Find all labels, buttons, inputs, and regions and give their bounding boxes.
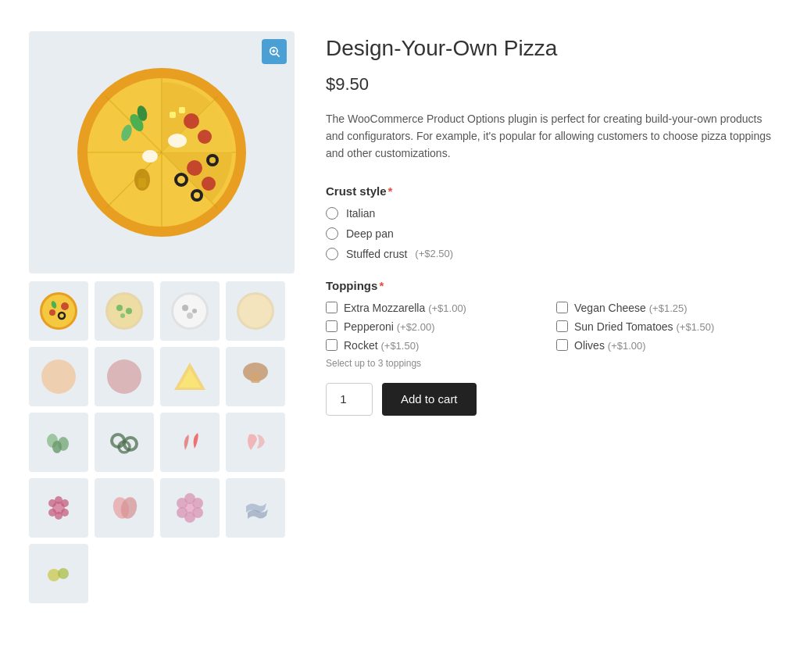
svg-line-1 [277,54,280,57]
thumb-6[interactable] [95,347,154,406]
topping-label-pepperoni: Pepperoni (+$2.00) [344,320,435,333]
svg-point-35 [126,308,132,314]
svg-point-11 [198,130,212,144]
product-description: The WooCommerce Product Options plugin i… [326,110,771,163]
svg-rect-49 [251,372,260,383]
left-column [29,31,295,603]
checkbox-olives[interactable] [556,339,568,351]
svg-point-12 [187,160,202,176]
thumb-3[interactable] [160,281,220,341]
crust-radio-stuffed[interactable] [326,248,338,260]
checkbox-sun-dried-tomatoes[interactable] [556,320,568,332]
svg-point-73 [58,568,69,579]
svg-point-25 [142,150,158,163]
thumb-15[interactable] [160,478,220,538]
crust-section: Crust style* Italian Deep pan Stuffed cr… [326,184,771,260]
topping-label-vegan-cheese: Vegan Cheese (+$1.25) [574,302,688,314]
right-column: Design-Your-Own Pizza $9.50 The WooComme… [326,31,771,603]
toppings-section-label: Toppings* [326,279,771,292]
page-container: Design-Your-Own Pizza $9.50 The WooComme… [29,31,771,603]
main-product-image [29,31,295,273]
svg-point-29 [49,309,55,316]
svg-point-70 [177,507,188,518]
topping-label-extra-mozzarella: Extra Mozzarella (+$1.00) [344,302,466,314]
topping-vegan-cheese[interactable]: Vegan Cheese (+$1.25) [556,302,771,314]
crust-option-deep-pan[interactable]: Deep pan [326,227,771,240]
svg-point-36 [120,313,125,318]
svg-point-43 [239,295,272,327]
crust-label-stuffed: Stuffed crust [346,248,407,260]
svg-point-41 [187,313,193,319]
thumb-11[interactable] [160,413,220,472]
thumbnail-grid [29,281,295,603]
thumb-13[interactable] [29,478,88,538]
crust-option-stuffed[interactable]: Stuffed crust (+$2.50) [326,248,771,260]
thumb-7[interactable] [160,347,220,406]
select-limit-text: Select up to 3 toppings [326,358,771,369]
product-price: $9.50 [326,74,771,95]
crust-radio-deep-pan[interactable] [326,227,338,240]
svg-point-34 [116,305,123,311]
checkbox-vegan-cheese[interactable] [556,302,568,313]
checkbox-rocket[interactable] [326,339,338,351]
svg-point-61 [48,509,56,517]
thumb-5[interactable] [29,347,88,406]
svg-rect-18 [138,178,146,188]
svg-point-45 [107,359,141,394]
checkbox-extra-mozzarella[interactable] [326,302,338,313]
quantity-input[interactable] [326,383,373,416]
svg-point-58 [61,499,69,507]
topping-label-olives: Olives (+$1.00) [574,339,646,352]
svg-rect-23 [179,107,185,113]
required-indicator: * [388,184,393,198]
add-to-cart-button[interactable]: Add to cart [382,383,477,416]
svg-point-44 [41,359,76,394]
svg-point-39 [182,305,188,311]
topping-extra-mozzarella[interactable]: Extra Mozzarella (+$1.00) [326,302,541,314]
topping-olives[interactable]: Olives (+$1.00) [556,339,771,352]
thumb-2[interactable] [95,281,154,341]
thumb-1[interactable] [29,281,88,341]
thumb-17[interactable] [29,544,88,603]
svg-point-10 [184,113,199,129]
thumb-14[interactable] [95,478,154,538]
svg-point-28 [61,302,69,310]
zoom-button[interactable] [262,39,287,64]
thumb-9[interactable] [29,413,88,472]
product-title: Design-Your-Own Pizza [326,35,771,62]
svg-point-13 [202,177,216,191]
topping-sun-dried-tomatoes[interactable]: Sun Dried Tomatoes (+$1.50) [556,320,771,333]
topping-pepperoni[interactable]: Pepperoni (+$2.00) [326,320,541,333]
add-to-cart-row: Add to cart [326,383,771,416]
svg-point-38 [173,295,206,327]
topping-rocket[interactable]: Rocket (+$1.50) [326,339,541,352]
thumb-4[interactable] [226,281,285,341]
crust-option-italian[interactable]: Italian [326,207,771,220]
crust-section-label: Crust style* [326,184,771,198]
svg-point-24 [168,134,187,148]
pizza-illustration [76,66,248,238]
crust-label-italian: Italian [346,207,375,220]
crust-radio-italian[interactable] [326,207,338,220]
svg-point-62 [48,499,56,507]
crust-label-deep-pan: Deep pan [346,227,394,240]
toppings-required-indicator: * [379,279,384,292]
thumb-8[interactable] [226,347,285,406]
svg-point-40 [192,309,197,313]
svg-point-71 [177,498,188,509]
thumb-16[interactable] [226,478,285,538]
crust-addon-stuffed: (+$2.50) [415,248,453,259]
svg-rect-22 [170,112,176,118]
toppings-checkbox-group: Extra Mozzarella (+$1.00) Vegan Cheese (… [326,302,771,352]
svg-point-67 [192,498,203,509]
crust-radio-group: Italian Deep pan Stuffed crust (+$2.50) [326,207,771,260]
toppings-section: Toppings* Extra Mozzarella (+$1.00) Vega… [326,279,771,369]
svg-point-33 [108,295,141,327]
topping-label-rocket: Rocket (+$1.50) [344,339,419,352]
thumb-10[interactable] [95,413,154,472]
topping-label-sun-dried-tomatoes: Sun Dried Tomatoes (+$1.50) [574,320,714,333]
thumb-12[interactable] [226,413,285,472]
checkbox-pepperoni[interactable] [326,320,338,332]
svg-point-52 [52,441,62,453]
svg-point-27 [42,295,75,327]
